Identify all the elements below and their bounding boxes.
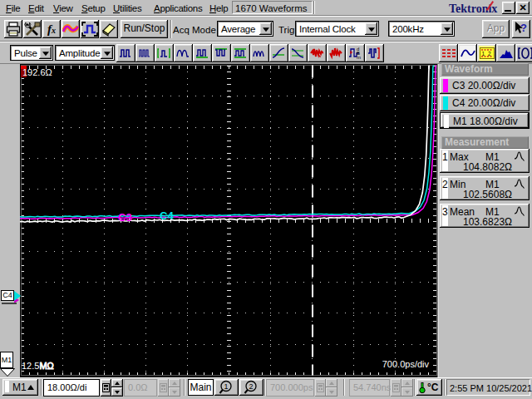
svg-text:1: 1: [224, 382, 228, 391]
svg-text:12.5MΩ: 12.5MΩ: [22, 361, 54, 371]
svg-text:2: 2: [249, 382, 253, 391]
svg-text:?: ?: [520, 22, 527, 34]
svg-text:C3: C3: [118, 211, 132, 224]
svg-text:1 2 3: 1 2 3: [481, 51, 495, 57]
svg-text:700.0ps/div: 700.0ps/div: [382, 359, 430, 369]
svg-text:m: m: [357, 55, 361, 60]
svg-text:192.6Ω: 192.6Ω: [22, 67, 52, 77]
svg-text:C4: C4: [160, 209, 174, 222]
